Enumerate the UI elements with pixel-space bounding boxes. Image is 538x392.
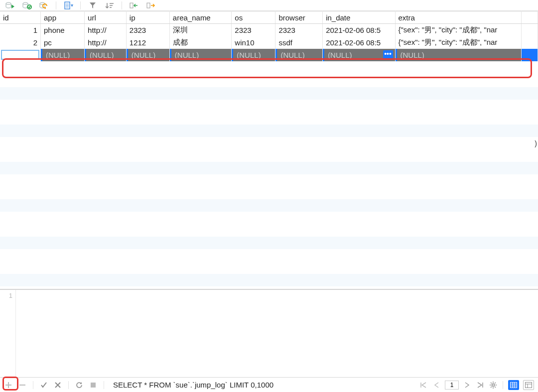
last-page-button[interactable] <box>476 381 485 390</box>
export-icon[interactable] <box>144 1 158 10</box>
refresh-button[interactable] <box>75 381 84 390</box>
grid-filler <box>0 75 538 289</box>
script-pane[interactable]: 1 <box>0 289 538 377</box>
cell-in-date[interactable]: 2021-02-06 08:5 <box>323 24 395 36</box>
add-row-button[interactable] <box>4 381 13 390</box>
col-in-date[interactable]: in_date <box>323 11 395 24</box>
svg-rect-14 <box>130 3 133 8</box>
status-bar: SELECT * FROM `sue`.`jump_log` LIMIT 0,1… <box>0 377 538 392</box>
toolbar-separator <box>80 1 81 9</box>
status-separator <box>68 381 69 389</box>
toolbar-separator <box>56 1 56 9</box>
svg-line-24 <box>495 387 496 388</box>
cancel-button[interactable] <box>53 381 62 390</box>
svg-rect-27 <box>511 382 517 388</box>
form-view-button[interactable] <box>523 380 534 390</box>
new-row-null[interactable]: (NULL) <box>232 49 275 61</box>
svg-point-0 <box>6 2 11 4</box>
cell-app[interactable]: pc <box>41 36 85 49</box>
new-row-null[interactable]: (NULL) <box>395 49 521 61</box>
cell-url[interactable]: http:// <box>85 24 127 36</box>
svg-marker-10 <box>90 2 96 8</box>
remove-row-button[interactable] <box>18 381 27 390</box>
cell-extra[interactable]: {"sex": "男", "city": "成都", "nar <box>395 24 521 36</box>
cell-in-date[interactable]: 2021-02-06 08:5 <box>323 36 395 49</box>
new-row-null[interactable]: (NULL) <box>85 49 127 61</box>
result-grid[interactable]: id app url ip area_name os browser in_da… <box>0 11 538 289</box>
svg-rect-32 <box>526 382 532 388</box>
sort-icon[interactable] <box>103 1 117 10</box>
new-row-null[interactable]: (NULL) <box>169 49 231 61</box>
data-row[interactable]: 2 pc http:// 1212 成都 win10 ssdf 2021-02-… <box>0 36 538 49</box>
cell-browser[interactable]: 2323 <box>275 24 323 36</box>
col-extra[interactable]: extra <box>395 11 521 24</box>
cell-ip[interactable]: 1212 <box>126 36 169 49</box>
svg-rect-17 <box>91 383 96 388</box>
col-area-name[interactable]: area_name <box>169 11 231 24</box>
cell-id[interactable]: 1 <box>0 24 41 36</box>
first-page-button[interactable] <box>419 381 428 390</box>
svg-line-25 <box>495 383 496 384</box>
col-browser[interactable]: browser <box>275 11 323 24</box>
pagination <box>419 380 534 390</box>
status-separator <box>33 381 33 389</box>
svg-point-2 <box>23 2 28 4</box>
cell-os[interactable]: win10 <box>232 36 275 49</box>
col-os[interactable]: os <box>232 11 275 24</box>
cell-tail <box>521 36 538 49</box>
new-row[interactable]: (NULL) (NULL) (NULL) (NULL) (NULL) (NULL… <box>0 49 538 61</box>
cell-browser[interactable]: ssdf <box>275 36 323 49</box>
prev-page-button[interactable] <box>432 381 441 390</box>
svg-point-18 <box>492 384 495 386</box>
cell-ip[interactable]: 2323 <box>126 24 169 36</box>
svg-marker-1 <box>11 4 14 8</box>
new-row-id-input[interactable] <box>1 50 39 60</box>
cell-id[interactable]: 2 <box>0 36 41 49</box>
new-row-null[interactable]: (NULL) <box>126 49 169 61</box>
cell-tail <box>521 24 538 36</box>
document-icon[interactable]: ▾ <box>61 1 75 10</box>
col-tail <box>521 11 538 24</box>
import-icon[interactable] <box>127 1 141 10</box>
svg-rect-15 <box>147 3 150 8</box>
col-id[interactable]: id <box>0 11 41 24</box>
ellipsis-button[interactable]: ••• <box>383 50 393 59</box>
stop-button[interactable] <box>89 381 98 390</box>
filter-icon[interactable] <box>86 1 100 10</box>
new-row-tail <box>521 49 538 61</box>
settings-icon[interactable] <box>489 381 498 390</box>
col-app[interactable]: app <box>41 11 85 24</box>
page-input[interactable] <box>445 381 459 390</box>
header-row[interactable]: id app url ip area_name os browser in_da… <box>0 11 538 24</box>
cell-extra[interactable]: {"sex": "男", "city": "成都", "nar <box>395 36 521 49</box>
cell-os[interactable]: 2323 <box>232 24 275 36</box>
new-row-null[interactable]: (NULL) <box>41 49 85 61</box>
svg-line-26 <box>491 387 492 388</box>
db-commit-icon[interactable] <box>20 1 34 10</box>
data-row[interactable]: 1 phone http:// 2323 深圳 2323 2323 2021-0… <box>0 24 538 36</box>
new-row-null[interactable]: (NULL)••• <box>323 49 395 61</box>
confirm-button[interactable] <box>39 381 48 390</box>
toolbar-separator <box>122 1 122 9</box>
db-rollback-icon[interactable] <box>37 1 51 10</box>
svg-line-23 <box>491 383 492 384</box>
sql-text: SELECT * FROM `sue`.`jump_log` LIMIT 0,1… <box>113 381 414 389</box>
cell-app[interactable]: phone <box>41 24 85 36</box>
stray-paren: ) <box>535 139 537 147</box>
db-run-icon[interactable] <box>3 1 17 10</box>
top-toolbar: ▾ <box>0 0 538 11</box>
line-gutter: 1 <box>0 290 16 377</box>
cell-area[interactable]: 成都 <box>169 36 231 49</box>
status-separator <box>503 381 503 389</box>
new-row-id-input-cell[interactable] <box>0 49 41 61</box>
cell-url[interactable]: http:// <box>85 36 127 49</box>
col-url[interactable]: url <box>85 11 127 24</box>
cell-area[interactable]: 深圳 <box>169 24 231 36</box>
next-page-button[interactable] <box>463 381 472 390</box>
line-number: 1 <box>9 292 12 299</box>
grid-view-button[interactable] <box>508 380 519 390</box>
status-separator <box>104 381 104 389</box>
col-ip[interactable]: ip <box>126 11 169 24</box>
new-row-null[interactable]: (NULL) <box>275 49 323 61</box>
